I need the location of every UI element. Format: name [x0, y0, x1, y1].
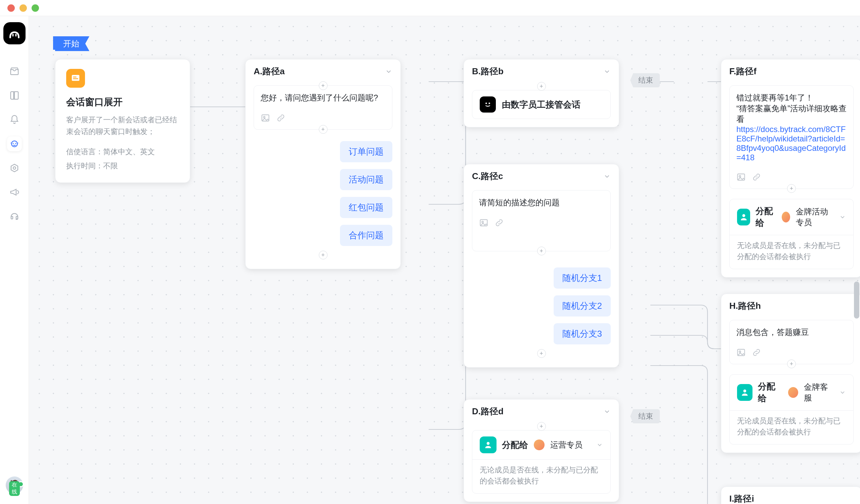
- chevron-down-icon[interactable]: [603, 408, 611, 415]
- node-h[interactable]: H.路径h 消息包含，答题赚豆 + 分配给: [721, 294, 860, 453]
- assign-block[interactable]: 分配给 金牌客服 无论成员是否在线，未分配与已分配的会话都会被执行: [729, 374, 854, 445]
- bot-face-icon: [480, 97, 496, 113]
- node-a-prompt: 您好，请问您遇到了什么问题呢?: [261, 92, 385, 103]
- image-icon[interactable]: [736, 348, 746, 357]
- add-above-icon[interactable]: +: [537, 82, 546, 91]
- chevron-down-icon[interactable]: [603, 68, 611, 75]
- assign-label: 分配给: [756, 205, 776, 229]
- app-logo[interactable]: [3, 22, 26, 44]
- svg-point-12: [263, 116, 265, 118]
- handover-row[interactable]: 由数字员工接管会话: [472, 90, 611, 119]
- add-below-icon[interactable]: +: [319, 125, 328, 134]
- assign-block[interactable]: 分配给 金牌活动专员 无论成员是否在线，未分配与已分配的会话都会被执行: [729, 199, 854, 269]
- app-sidebar: 🧑 在线: [0, 16, 29, 504]
- assign-note: 无论成员是否在线，未分配与已分配的会话都会被执行: [472, 460, 611, 493]
- chevron-down-icon[interactable]: [839, 214, 846, 220]
- start-node-title: 会话窗口展开: [66, 96, 179, 109]
- start-node[interactable]: 会话窗口展开 客户展开了一个新会话或者已经结束会话的聊天窗口时触发； 信使语言：…: [55, 59, 190, 183]
- node-i-title: I.路径i: [729, 493, 754, 504]
- person-icon: [737, 208, 750, 226]
- image-icon[interactable]: [479, 218, 488, 228]
- bell-icon[interactable]: [7, 112, 22, 127]
- node-c[interactable]: C.路径c 请简短的描述您的问题 + 随机分支1 随机分支2 随: [463, 164, 619, 368]
- window-titlebar: [0, 0, 860, 16]
- start-tag: 开始: [55, 36, 89, 51]
- node-f[interactable]: F.路径f 错过就要再等1年了！ “猜答案赢免单”活动详细攻略查看 https:…: [721, 59, 860, 277]
- node-f-link[interactable]: https://docs.bytrack.com/8CTFE8cF/help/w…: [736, 125, 846, 162]
- svg-rect-10: [73, 78, 78, 79]
- svg-point-22: [739, 351, 741, 352]
- chevron-down-icon[interactable]: [385, 68, 392, 75]
- window-minimize-icon[interactable]: [19, 4, 27, 12]
- book-icon[interactable]: [7, 88, 22, 103]
- option-chip[interactable]: 活动问题: [340, 169, 392, 190]
- svg-point-19: [739, 175, 741, 177]
- node-c-message-box[interactable]: 请简短的描述您的问题 +: [472, 190, 611, 251]
- add-below-icon[interactable]: +: [787, 184, 796, 193]
- node-d[interactable]: D.路径d + 分配给 运营专员: [463, 399, 619, 502]
- assign-label: 分配给: [758, 381, 783, 404]
- assign-note: 无论成员是否在线，未分配与已分配的会话都会被执行: [730, 411, 853, 444]
- window-zoom-icon[interactable]: [32, 4, 39, 12]
- svg-point-14: [488, 102, 490, 104]
- start-node-desc: 客户展开了一个新会话或者已经结束会话的聊天窗口时触发；: [66, 114, 179, 138]
- inbox-icon[interactable]: [7, 64, 22, 78]
- start-marker: [53, 36, 55, 50]
- headset-icon[interactable]: [7, 209, 22, 224]
- vertical-scrollbar[interactable]: [854, 282, 859, 318]
- image-icon[interactable]: [261, 113, 270, 123]
- option-chip[interactable]: 随机分支1: [554, 268, 611, 289]
- start-node-meta: 信使语言：简体中文、英文 执行时间：不限: [66, 145, 179, 173]
- option-chip[interactable]: 合作问题: [340, 225, 392, 246]
- node-a-message-box[interactable]: + 您好，请问您遇到了什么问题呢? +: [254, 85, 392, 130]
- node-c-prompt: 请简短的描述您的问题: [479, 197, 604, 208]
- option-chip[interactable]: 随机分支3: [554, 323, 611, 344]
- add-below-icon[interactable]: +: [787, 360, 796, 368]
- window-close-icon[interactable]: [8, 4, 15, 12]
- assign-note: 无论成员是否在线，未分配与已分配的会话都会被执行: [730, 235, 853, 269]
- node-a[interactable]: A.路径a + 您好，请问您遇到了什么问题呢? + 订单问题 活: [245, 59, 401, 269]
- megaphone-icon[interactable]: [7, 185, 22, 200]
- link-icon[interactable]: [752, 348, 761, 357]
- node-b[interactable]: B.路径b + 由数字员工接管会话: [463, 59, 619, 127]
- svg-point-13: [485, 102, 487, 104]
- chat-window-icon: [66, 69, 85, 88]
- assignee-name: 金牌活动专员: [796, 206, 834, 228]
- end-tag: 结束: [630, 73, 660, 87]
- chevron-down-icon[interactable]: [839, 389, 846, 396]
- node-d-title: D.路径d: [472, 405, 504, 417]
- end-tag: 结束: [630, 409, 660, 423]
- svg-rect-6: [11, 216, 13, 219]
- node-h-message-box[interactable]: 消息包含，答题赚豆 +: [729, 320, 854, 364]
- add-option-icon[interactable]: +: [319, 251, 328, 259]
- svg-point-16: [482, 221, 484, 223]
- option-chip[interactable]: 随机分支2: [554, 296, 611, 317]
- node-h-title: H.路径h: [729, 300, 761, 312]
- assign-block[interactable]: 分配给 运营专员 无论成员是否在线，未分配与已分配的会话都会被执行: [472, 430, 611, 493]
- svg-point-17: [487, 442, 490, 445]
- node-i[interactable]: I.路径i: [721, 487, 860, 504]
- option-chip[interactable]: 红包问题: [340, 197, 392, 218]
- add-above-icon[interactable]: +: [537, 422, 546, 431]
- bot-icon[interactable]: [7, 136, 22, 151]
- image-icon[interactable]: [736, 172, 746, 182]
- flow-canvas[interactable]: 开始 会话窗口展开 客户展开了一个新会话或者已经结束会话的聊天窗口时触发； 信使…: [29, 16, 860, 504]
- chevron-down-icon[interactable]: [603, 173, 611, 180]
- add-below-icon[interactable]: +: [537, 247, 546, 255]
- option-chip[interactable]: 订单问题: [340, 141, 392, 162]
- settings-icon[interactable]: [7, 161, 22, 175]
- assignee-avatar: [533, 439, 545, 450]
- node-f-message-box[interactable]: 错过就要再等1年了！ “猜答案赢免单”活动详细攻略查看 https://docs…: [729, 85, 854, 189]
- link-icon[interactable]: [276, 113, 286, 123]
- svg-rect-9: [73, 77, 76, 77]
- node-a-title: A.路径a: [254, 66, 285, 77]
- link-icon[interactable]: [752, 172, 761, 182]
- node-b-title: B.路径b: [472, 66, 504, 77]
- chevron-down-icon[interactable]: [596, 442, 603, 448]
- add-above-icon[interactable]: +: [319, 81, 328, 90]
- add-option-icon[interactable]: +: [537, 349, 546, 358]
- svg-rect-8: [72, 75, 80, 81]
- svg-rect-7: [16, 216, 18, 219]
- user-avatar[interactable]: 🧑 在线: [6, 476, 23, 494]
- link-icon[interactable]: [494, 218, 504, 228]
